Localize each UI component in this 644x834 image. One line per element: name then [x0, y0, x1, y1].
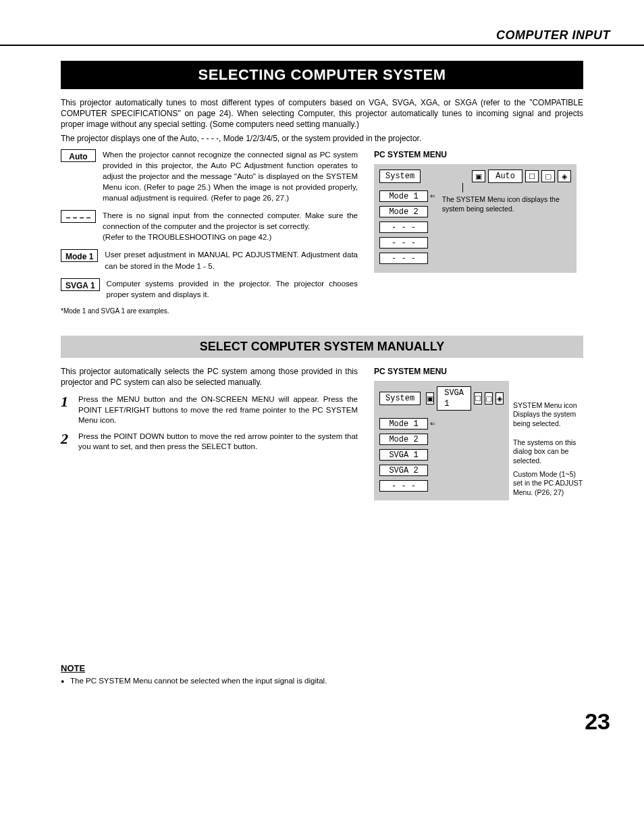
menu1-callout: The SYSTEM Menu icon displays the system… — [442, 195, 571, 213]
menu2-title: PC SYSTEM MENU — [374, 366, 583, 377]
intro-p1: This projector automatically tunes to mo… — [61, 97, 583, 130]
image-icon: ▢ — [485, 392, 493, 405]
note-text: The PC SYSTEM Menu cannot be selected wh… — [61, 676, 358, 687]
page-number: 23 — [34, 706, 610, 737]
intro-p2: The projector displays one of the Auto, … — [61, 133, 583, 144]
def-mode1-text: User preset adjustment in MANUAL PC ADJU… — [105, 249, 358, 271]
menu2-callout3: Custom Mode (1~5) set in the PC ADJUST M… — [513, 470, 583, 498]
menu1-system-label: System — [379, 170, 421, 183]
screen-icon: ◈ — [495, 392, 504, 405]
menu1-mode-list: Mode 1⇐ Mode 2 - - - - - - - - - — [379, 187, 435, 267]
menu1-item-1: Mode 2 — [379, 206, 428, 217]
def-svga1-label: SVGA 1 — [61, 278, 100, 291]
input-icon: ▣ — [426, 392, 434, 405]
def-svga1: SVGA 1 Computer systems provided in the … — [61, 278, 358, 300]
def-auto-label: Auto — [61, 149, 96, 162]
def-dashes-text: There is no signal input from the connec… — [103, 210, 358, 242]
def-auto: Auto When the projector cannot recognize… — [61, 149, 358, 203]
note-block: NOTE The PC SYSTEM Menu cannot be select… — [61, 662, 583, 686]
def-dashes: – – – – There is no signal input from th… — [61, 210, 358, 242]
menu1-item-4: - - - — [379, 253, 428, 264]
def-svga1-text: Computer systems provided in the project… — [107, 278, 358, 300]
menu2-system-label: System — [379, 392, 421, 405]
menu2-callout2: The systems on this dialog box can be se… — [513, 438, 583, 466]
menu1-item-2: - - - — [379, 221, 428, 233]
footnote: *Mode 1 and SVGA 1 are examples. — [61, 307, 358, 316]
intro-text: This projector automatically tunes to mo… — [61, 97, 583, 144]
step-1: 1 Press the MENU button and the ON-SCREE… — [61, 394, 358, 426]
manual-intro: This projector automatically selects the… — [61, 366, 358, 388]
menu2-item-0: Mode 1 — [379, 418, 428, 429]
menu1-figure: System ▣ Auto ☐ ▢ ◈ Mode 1⇐ Mode 2 - - -… — [374, 164, 576, 273]
step-1-text: Press the MENU button and the ON-SCREEN … — [78, 394, 358, 426]
menu-figure-2-column: PC SYSTEM MENU System ▣ SVGA 1 ☐ ▢ ◈ Mod… — [374, 366, 583, 501]
pc-adjust-icon: ☐ — [525, 170, 539, 182]
pointer-arrow-icon: ⇐ — [430, 418, 435, 430]
step-2-text: Press the POINT DOWN button to move the … — [78, 432, 358, 452]
menu1-selected: Auto — [488, 170, 522, 183]
title-banner: SELECTING COMPUTER SYSTEM — [61, 61, 583, 89]
definitions-column: Auto When the projector cannot recognize… — [61, 149, 358, 316]
menu2-mode-list: Mode 1⇐ Mode 2 SVGA 1 SVGA 2 - - - — [379, 415, 447, 495]
def-mode1: Mode 1 User preset adjustment in MANUAL … — [61, 249, 358, 271]
subtitle-banner: SELECT COMPUTER SYSTEM MANUALLY — [61, 336, 583, 357]
section-header: COMPUTER INPUT — [0, 27, 644, 46]
menu1-bar: System ▣ Auto ☐ ▢ ◈ — [379, 170, 571, 183]
menu2-item-4: - - - — [379, 480, 428, 492]
note-title: NOTE — [61, 662, 583, 675]
step-2-num: 2 — [61, 432, 78, 452]
manual-left-column: This projector automatically selects the… — [61, 366, 358, 501]
menu2-item-2: SVGA 1 — [379, 449, 428, 461]
def-auto-text: When the projector cannot recognize the … — [103, 149, 358, 203]
menu2-callout1: SYSTEM Menu icon Displays the system bei… — [513, 401, 583, 429]
pointer-arrow-icon: ⇐ — [430, 190, 435, 203]
steps: 1 Press the MENU button and the ON-SCREE… — [61, 394, 358, 452]
menu2-item-3: SVGA 2 — [379, 465, 428, 476]
menu1-item-3: - - - — [379, 237, 428, 249]
def-dashes-label: – – – – — [61, 210, 96, 223]
menu1-item-0: Mode 1 — [379, 190, 428, 202]
menu2-selected: SVGA 1 — [437, 386, 471, 411]
menu1-title: PC SYSTEM MENU — [374, 149, 583, 160]
menu2-bar: System ▣ SVGA 1 ☐ ▢ ◈ — [379, 386, 504, 411]
menu2-figure: System ▣ SVGA 1 ☐ ▢ ◈ Mode 1⇐ Mode 2 SVG… — [374, 381, 509, 500]
screen-icon: ◈ — [558, 170, 571, 182]
image-icon: ▢ — [541, 170, 555, 182]
menu-figure-1-column: PC SYSTEM MENU System ▣ Auto ☐ ▢ ◈ Mode … — [374, 149, 583, 316]
step-1-num: 1 — [61, 394, 78, 426]
input-icon: ▣ — [472, 170, 485, 182]
menu2-item-1: Mode 2 — [379, 434, 428, 445]
step-2: 2 Press the POINT DOWN button to move th… — [61, 432, 358, 452]
def-mode1-label: Mode 1 — [61, 249, 98, 262]
pc-adjust-icon: ☐ — [474, 392, 482, 405]
